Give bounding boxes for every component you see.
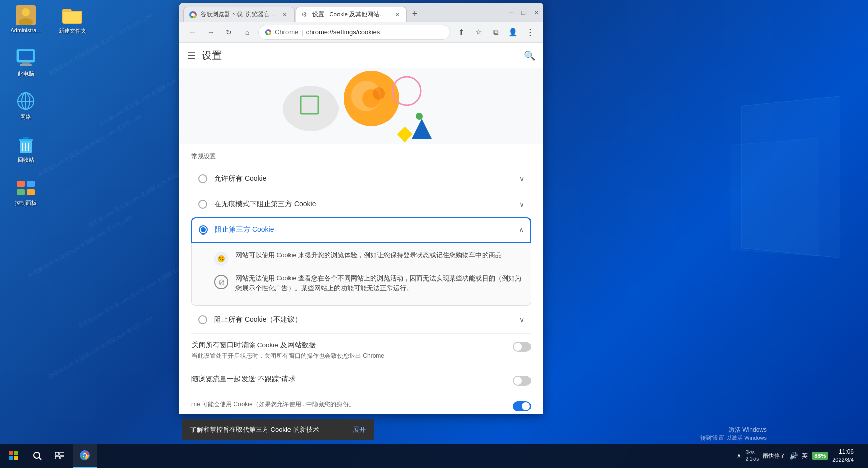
desktop-icon-control-panel[interactable]: 控制面板	[8, 177, 44, 207]
snackbar: 了解和掌控旨在取代第三方 Cookie 的新技术 展开	[182, 419, 374, 440]
win-activate-line1: 激活 Windows	[700, 426, 767, 434]
bookmark-icon[interactable]: ☆	[471, 25, 486, 39]
allow-all-option[interactable]: 允许所有 Cookie ∨	[191, 167, 531, 191]
network-info: 0k/s 2.1k/s	[745, 449, 759, 462]
chrome-tab-2-favicon: ⚙	[301, 11, 309, 19]
svg-rect-48	[55, 456, 60, 459]
toggle-info-clear: 关闭所有窗口时清除 Cookie 及网站数据 当此设置处于开启状态时，关闭所有窗…	[191, 341, 507, 360]
back-button[interactable]: ←	[185, 25, 200, 39]
snackbar-text: 了解和掌控旨在取代第三方 Cookie 的新技术	[190, 425, 345, 434]
svg-line-45	[39, 457, 41, 460]
volume-icon[interactable]: 🔊	[789, 452, 798, 460]
chrome-tab-2-title: 设置 - Cookie 及其他网站数据	[312, 11, 390, 18]
allow-all-label: 允许所有 Cookie	[214, 174, 519, 183]
chrome-titlebar: 谷歌浏览器下载_浏览器官网入口... ✕ ⚙ 设置 - Cookie 及其他网站…	[179, 3, 543, 22]
desktop-icon-recycle[interactable]: 回收站	[8, 134, 44, 164]
weather-tray[interactable]: 雨快停了	[763, 452, 785, 460]
tray-chevron[interactable]: ∧	[737, 452, 741, 459]
settings-header: ☰ 设置 🔍	[179, 43, 543, 68]
address-bar[interactable]: Chrome | chrome://settings/cookies	[258, 25, 450, 40]
svg-point-35	[218, 255, 225, 262]
svg-rect-13	[23, 137, 29, 139]
chrome-tab-2-close[interactable]: ✕	[393, 11, 401, 19]
home-button[interactable]: ⌂	[240, 25, 254, 39]
clock-time: 11:06	[832, 448, 854, 456]
toggle-info-privacy: me 可能会使用 Cookie（如果您允许使用...中隐藏您的身份。	[191, 400, 507, 409]
settings-scroll-area[interactable]: 常规设置 允许所有 Cookie ∨ 在无痕模式下阻止第三方 Cookie ∨	[179, 68, 543, 414]
toggle-info-dnt: 随浏览流量一起发送"不跟踪"请求	[191, 375, 507, 386]
svg-rect-20	[27, 189, 35, 195]
taskbar-app-chrome[interactable]	[73, 444, 97, 468]
svg-point-52	[83, 454, 86, 457]
illustration-area	[179, 68, 543, 144]
block-third-party-option[interactable]: 阻止第三方 Cookie ∧	[191, 217, 531, 243]
svg-rect-47	[60, 452, 64, 455]
svg-rect-5	[22, 62, 30, 64]
toggle-privacy[interactable]	[513, 401, 531, 411]
folder-icon-label: 新建文件夹	[59, 27, 86, 35]
taskbar-search-button[interactable]	[26, 444, 49, 468]
chrome-tab-1-close[interactable]: ✕	[281, 11, 289, 19]
new-tab-button[interactable]: +	[408, 7, 422, 21]
chrome-tabs-area: 谷歌浏览器下载_浏览器官网入口... ✕ ⚙ 设置 - Cookie 及其他网站…	[183, 3, 505, 22]
taskbar-time[interactable]: 11:06 2022/8/4	[832, 448, 854, 464]
desktop-icon-this-pc[interactable]: 此电脑	[8, 48, 44, 78]
minimize-button[interactable]: ─	[509, 9, 513, 16]
win-activate-line2: 转到"设置"以激活 Windows	[700, 434, 767, 442]
this-pc-label: 此电脑	[18, 70, 34, 78]
refresh-button[interactable]: ↻	[222, 25, 236, 39]
network-tray[interactable]: 0k/s 2.1k/s	[745, 449, 759, 462]
block-third-party-radio[interactable]	[199, 225, 208, 235]
settings-search-icon[interactable]: 🔍	[524, 50, 535, 61]
toggle-row-privacy: me 可能会使用 Cookie（如果您允许使用...中隐藏您的身份。	[191, 393, 531, 414]
more-options-icon[interactable]: ⋮	[523, 25, 537, 39]
win-activate-notice: 激活 Windows 转到"设置"以激活 Windows	[700, 426, 767, 442]
block-all-radio[interactable]	[198, 315, 207, 324]
maximize-button[interactable]: □	[521, 9, 525, 16]
snackbar-action[interactable]: 展开	[353, 425, 366, 434]
block-incognito-option[interactable]: 在无痕模式下阻止第三方 Cookie ∨	[191, 192, 531, 216]
chrome-tab-1[interactable]: 谷歌浏览器下载_浏览器官网入口... ✕	[183, 7, 295, 22]
svg-rect-40	[9, 451, 13, 455]
expanded-item-2: ⊘ 网站无法使用 Cookie 查看您在各个不同网站上的浏览活动，因而无法实现某…	[214, 270, 522, 297]
svg-point-37	[222, 257, 223, 258]
toggle-clear-on-close[interactable]	[513, 342, 531, 352]
control-panel-label: 控制面板	[15, 199, 37, 207]
toggle-title-dnt: 随浏览流量一起发送"不跟踪"请求	[191, 375, 507, 384]
block-third-party-label: 阻止第三方 Cookie	[215, 225, 519, 235]
lang-indicator[interactable]: 英	[802, 452, 808, 460]
desktop-icon-network[interactable]: 网络	[8, 91, 44, 121]
toggle-desc-clear: 当此设置处于开启状态时，关闭所有窗口的操作也会致使您退出 Chrome	[191, 352, 507, 360]
start-button[interactable]	[0, 444, 26, 468]
settings-content-area: 常规设置 允许所有 Cookie ∨ 在无痕模式下阻止第三方 Cookie ∨	[179, 68, 543, 414]
share-icon[interactable]: ⬆	[454, 25, 468, 39]
show-desktop-button[interactable]	[860, 448, 862, 464]
settings-wrapper: ☰ 设置 🔍	[179, 43, 543, 414]
block-incognito-radio[interactable]	[198, 200, 207, 209]
allow-all-chevron: ∨	[519, 175, 524, 183]
forward-button[interactable]: →	[204, 25, 218, 39]
close-button[interactable]: ✕	[534, 9, 539, 16]
menu-icon[interactable]: ☰	[187, 50, 196, 61]
desktop-icon-folder[interactable]: 新建文件夹	[54, 5, 90, 35]
svg-rect-49	[61, 456, 64, 459]
toggle-title-clear: 关闭所有窗口时清除 Cookie 及网站数据	[191, 341, 507, 350]
allow-all-radio[interactable]	[198, 174, 207, 183]
svg-point-25	[283, 86, 339, 131]
profile-icon[interactable]: 👤	[506, 25, 520, 39]
split-view-icon[interactable]: ⧉	[489, 25, 503, 39]
toggle-row-dnt: 随浏览流量一起发送"不跟踪"请求	[191, 367, 531, 393]
toggle-dnt[interactable]	[513, 376, 531, 386]
desktop-icon-admin[interactable]: Administra...	[8, 5, 44, 35]
svg-rect-46	[55, 452, 59, 455]
chrome-tab-1-favicon	[189, 11, 197, 19]
recycle-label: 回收站	[18, 156, 34, 164]
svg-rect-43	[14, 456, 18, 460]
block-incognito-chevron: ∨	[519, 200, 524, 208]
clock-date: 2022/8/4	[832, 456, 854, 464]
admin-icon-label: Administra...	[10, 27, 41, 33]
chrome-tab-2[interactable]: ⚙ 设置 - Cookie 及其他网站数据 ✕	[296, 7, 407, 22]
svg-rect-18	[27, 181, 35, 187]
block-all-option[interactable]: 阻止所有 Cookie（不建议） ∨	[191, 308, 531, 332]
taskview-button[interactable]	[49, 444, 71, 468]
